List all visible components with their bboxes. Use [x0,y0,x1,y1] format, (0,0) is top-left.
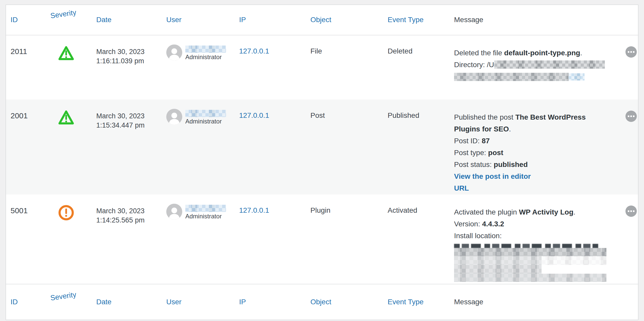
ip-link[interactable]: 127.0.0.1 [239,47,269,55]
footer-column-header-ip: IP [236,284,307,320]
footer-column-header-message-label: Message [454,298,483,306]
redacted-install-path-text [454,244,598,248]
activity-log-table: ID Severity Date User IP Object Event Ty… [6,5,638,320]
event-type-cell: Published [384,100,449,194]
footer-column-header-severity: Severity [48,284,93,320]
user-cell: Administrator [163,194,236,284]
avatar [166,44,182,60]
sort-link-ip[interactable]: IP [239,16,246,24]
ip-cell: 127.0.0.1 [236,194,307,284]
event-id: 5001 [11,206,28,215]
column-header-message: Message [449,5,638,35]
avatar [166,109,182,125]
footer-sort-link-severity[interactable]: Severity [50,290,77,302]
log-row-5001: 5001 March 30, 2023 1:14:25.565 pm Admin… [6,194,638,284]
sort-link-event-type[interactable]: Event Type [388,16,424,24]
message-directory-line: Directory: /U [454,59,613,71]
column-header-severity: Severity [48,5,93,35]
message-install-location-label: Install location: [454,230,613,242]
row-options-button[interactable] [625,46,637,58]
footer-sort-link-object[interactable]: Object [310,298,331,306]
user-role: Administrator [185,117,226,126]
message-directory-line-2 [454,71,613,83]
object-cell: File [307,35,384,100]
ellipsis-icon [625,46,637,58]
redacted-link-fragment [569,73,585,81]
redacted-username-link[interactable] [185,110,226,117]
date-cell: March 30, 2023 1:16:11.039 pm [93,35,163,100]
event-id: 2001 [11,111,28,120]
ip-link[interactable]: 127.0.0.1 [239,111,269,119]
footer-column-header-object: Object [307,284,384,320]
redacted-username-link[interactable] [185,46,226,53]
id-cell: 2001 [6,100,48,194]
redacted-install-path [454,248,606,282]
log-row-2001: 2001 March 30, 2023 1:15:34.447 pm Admin… [6,100,638,194]
date-cell: March 30, 2023 1:15:34.447 pm [93,100,163,194]
footer-sort-link-user[interactable]: User [166,298,181,306]
event-time: 1:15:34.447 pm [96,121,163,130]
event-type-cell: Deleted [384,35,449,100]
message-post-id: Post ID: 87 [454,135,613,147]
row-options-button[interactable] [625,110,637,122]
footer-column-header-date: Date [93,284,163,320]
message-text: Deleted the file default-point-type.png. [454,47,613,59]
table-header-row: ID Severity Date User IP Object Event Ty… [6,5,638,35]
event-date: March 30, 2023 [96,206,163,216]
date-cell: March 30, 2023 1:14:25.565 pm [93,194,163,284]
event-date: March 30, 2023 [96,111,163,121]
avatar [166,204,182,220]
message-cell: Deleted the file default-point-type.png.… [449,35,638,100]
event-type-value: Activated [388,206,417,214]
sort-link-user[interactable]: User [166,16,181,24]
event-time: 1:16:11.039 pm [96,56,163,66]
ip-cell: 127.0.0.1 [236,100,307,194]
severity-cell [48,100,93,194]
post-url-link[interactable]: URL [454,182,613,194]
object-cell: Plugin [307,194,384,284]
row-options-button[interactable] [625,205,637,217]
message-text: Published the post The Best WordPress Pl… [454,111,613,135]
footer-sort-link-date[interactable]: Date [96,298,111,306]
message-post-status: Post status: published [454,159,613,171]
severity-cell [48,35,93,100]
sort-link-date[interactable]: Date [96,16,111,24]
object-value: Plugin [310,206,330,214]
view-post-in-editor-link[interactable]: View the post in editor [454,171,613,182]
event-time: 1:14:25.565 pm [96,216,163,225]
footer-sort-link-ip[interactable]: IP [239,298,246,306]
event-type-cell: Activated [384,194,449,284]
ellipsis-icon [625,205,637,217]
column-header-date: Date [93,5,163,35]
id-cell: 5001 [6,194,48,284]
sort-link-severity[interactable]: Severity [50,8,77,20]
footer-column-header-user: User [163,284,236,320]
redacted-directory-path [494,60,605,69]
object-cell: Post [307,100,384,194]
event-date: March 30, 2023 [96,47,163,56]
ip-cell: 127.0.0.1 [236,35,307,100]
column-header-message-label: Message [454,16,483,24]
column-header-id: ID [6,5,48,35]
log-row-2011: 2011 March 30, 2023 1:16:11.039 pm Admin… [6,35,638,100]
user-cell: Administrator [163,35,236,100]
footer-sort-link-id[interactable]: ID [11,298,18,306]
message-text: Activated the plugin WP Activity Log. [454,206,613,218]
column-header-event-type: Event Type [384,5,449,35]
message-post-type: Post type: post [454,147,613,159]
footer-sort-link-event-type[interactable]: Event Type [388,298,424,306]
orange-exclamation-circle-icon [58,204,75,221]
green-warning-triangle-icon [58,45,75,62]
user-cell: Administrator [163,100,236,194]
object-value: File [310,47,322,55]
severity-cell [48,194,93,284]
sort-link-id[interactable]: ID [11,16,18,24]
column-header-ip: IP [236,5,307,35]
user-role: Administrator [185,212,226,221]
footer-column-header-message: Message [449,284,638,320]
id-cell: 2011 [6,35,48,100]
redacted-username-link[interactable] [185,205,226,212]
sort-link-object[interactable]: Object [310,16,331,24]
object-value: Post [310,111,325,119]
ip-link[interactable]: 127.0.0.1 [239,206,269,214]
